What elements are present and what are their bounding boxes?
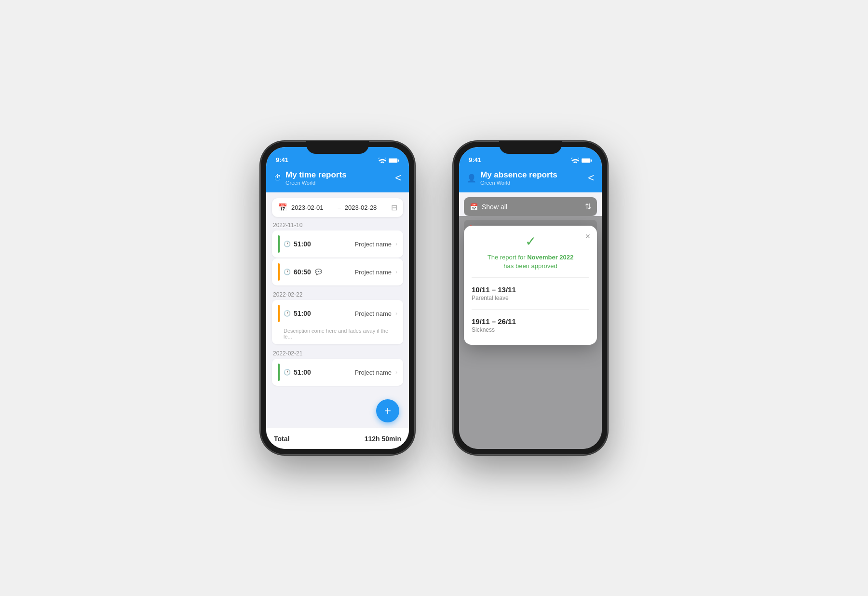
header-1: ⏱ My time reports Green World < bbox=[266, 166, 409, 192]
header-subtitle-2: Green World bbox=[480, 180, 557, 186]
modal-month-bold: November 2022 bbox=[527, 254, 573, 261]
entry-project-1-0: Project name bbox=[339, 310, 392, 317]
color-indicator-orange-2 bbox=[278, 305, 280, 322]
color-indicator-orange bbox=[278, 263, 280, 281]
modal-date-range-1: 19/11 – 26/11 bbox=[472, 317, 589, 325]
show-all-bar[interactable]: 📅 Show all ⇅ bbox=[464, 197, 597, 216]
header-title-block-2: My absence reports Green World bbox=[480, 170, 557, 186]
status-icons-1 bbox=[379, 158, 399, 164]
calendar-icon: 📅 bbox=[278, 203, 287, 212]
modal-overlay: × ✓ The report for November 2022 has bee… bbox=[459, 216, 602, 449]
chevron-right-icon: › bbox=[395, 241, 397, 247]
wifi-icon bbox=[379, 158, 386, 163]
entry-info-0-0: 🕐 51:00 bbox=[284, 240, 336, 248]
total-value: 112h 50min bbox=[365, 435, 401, 443]
modal-entry-0: 10/11 – 13/11 Parental leave bbox=[472, 282, 589, 305]
sort-icon[interactable]: ⇅ bbox=[585, 202, 591, 211]
modal-date-range-0: 10/11 – 13/11 bbox=[472, 285, 589, 294]
entry-info-2-0: 🕐 51:00 bbox=[284, 368, 336, 376]
status-icons-2 bbox=[571, 158, 592, 164]
status-time-1: 9:41 bbox=[276, 156, 288, 164]
section-date-0: 2022-11-10 bbox=[266, 217, 409, 230]
entry-row: 🕐 51:00 Project name › bbox=[278, 305, 397, 322]
show-all-label: Show all bbox=[482, 203, 581, 211]
total-label: Total bbox=[274, 435, 289, 443]
header-left-1: ⏱ My time reports Green World bbox=[274, 170, 347, 186]
modal-type-1: Sickness bbox=[472, 326, 589, 333]
modal-message-suffix: has been approved bbox=[503, 262, 557, 270]
svg-rect-1 bbox=[398, 160, 399, 162]
clock-icon-4: 🕐 bbox=[284, 369, 291, 376]
entry-info-1-0: 🕐 51:00 bbox=[284, 310, 336, 317]
modal-entry-1: 19/11 – 26/11 Sickness bbox=[472, 313, 589, 337]
filter-icon[interactable]: ⊟ bbox=[391, 203, 397, 212]
entry-project-0-0: Project name bbox=[339, 241, 392, 248]
entry-time-1-0: 51:00 bbox=[294, 310, 312, 317]
svg-rect-2 bbox=[582, 159, 590, 163]
entry-project-0-1: Project name bbox=[339, 269, 392, 276]
header-title-block-1: My time reports Green World bbox=[285, 170, 347, 186]
date-separator: – bbox=[338, 204, 341, 211]
entry-card-0-0[interactable]: 🕐 51:00 Project name › bbox=[272, 230, 403, 257]
time-reports-icon: ⏱ bbox=[274, 174, 282, 182]
status-time-2: 9:41 bbox=[469, 156, 481, 164]
color-indicator-green bbox=[278, 235, 280, 253]
modal-approval-message: The report for November 2022 has been ap… bbox=[472, 253, 589, 271]
dim-content: Nov 2022 0 ✓ Aug 2022 0 ✳ Jul 2022 0 ✓ bbox=[459, 216, 602, 449]
clock-icon-3: 🕐 bbox=[284, 310, 291, 317]
content-1: 📅 2023-02-01 – 2023-02-28 ⊟ 2022-11-10 🕐… bbox=[266, 192, 409, 428]
absence-reports-icon: 👤 bbox=[467, 174, 476, 183]
phone-1-screen: 9:41 ⏱ My time reports Green World bbox=[266, 147, 409, 449]
battery-icon-2 bbox=[582, 158, 592, 163]
svg-rect-3 bbox=[591, 160, 592, 162]
message-icon: 💬 bbox=[315, 269, 322, 275]
date-from[interactable]: 2023-02-01 bbox=[291, 204, 334, 211]
chevron-right-icon-3: › bbox=[395, 310, 397, 317]
back-button-1[interactable]: < bbox=[395, 172, 401, 184]
entry-project-2-0: Project name bbox=[339, 369, 392, 376]
phone-2: 9:41 👤 My absence reports Green World bbox=[453, 141, 608, 455]
clock-icon: 🕐 bbox=[284, 241, 291, 247]
header-title-1: My time reports bbox=[285, 170, 347, 180]
section-date-2: 2022-02-21 bbox=[266, 345, 409, 359]
modal-message-prefix: The report for bbox=[488, 254, 527, 261]
wifi-icon-2 bbox=[571, 158, 579, 163]
phone-1: 9:41 ⏱ My time reports Green World bbox=[260, 141, 415, 455]
header-subtitle-1: Green World bbox=[285, 180, 347, 186]
notch bbox=[306, 141, 369, 154]
entry-description: Description come here and fades away if … bbox=[278, 326, 397, 339]
svg-rect-0 bbox=[389, 159, 397, 163]
section-date-1: 2022-02-22 bbox=[266, 286, 409, 300]
back-button-2[interactable]: < bbox=[588, 172, 594, 184]
entry-time-0-0: 51:00 bbox=[294, 240, 312, 248]
entry-card-1-0[interactable]: 🕐 51:00 Project name › Description come … bbox=[272, 300, 403, 344]
modal-divider-2 bbox=[472, 309, 589, 310]
clock-icon-2: 🕐 bbox=[284, 269, 291, 275]
entry-card-2-0[interactable]: 🕐 51:00 Project name › bbox=[272, 359, 403, 386]
date-to[interactable]: 2023-02-28 bbox=[345, 204, 387, 211]
chevron-right-icon-2: › bbox=[395, 269, 397, 275]
approval-modal: × ✓ The report for November 2022 has bee… bbox=[464, 226, 597, 345]
date-filter[interactable]: 📅 2023-02-01 – 2023-02-28 ⊟ bbox=[272, 198, 403, 217]
modal-type-0: Parental leave bbox=[472, 295, 589, 301]
entry-time-2-0: 51:00 bbox=[294, 368, 312, 376]
phone-2-screen: 9:41 👤 My absence reports Green World bbox=[459, 147, 602, 449]
chevron-right-icon-4: › bbox=[395, 369, 397, 376]
entry-time-0-1: 60:50 bbox=[294, 268, 312, 276]
header-left-2: 👤 My absence reports Green World bbox=[467, 170, 557, 186]
calendar-icon-2: 📅 bbox=[470, 203, 478, 211]
modal-close-button[interactable]: × bbox=[585, 231, 590, 242]
entry-info-0-1: 🕐 60:50 💬 bbox=[284, 268, 336, 276]
add-button[interactable]: + bbox=[376, 399, 399, 422]
header-title-2: My absence reports bbox=[480, 170, 557, 180]
header-2: 👤 My absence reports Green World < bbox=[459, 166, 602, 192]
modal-divider-1 bbox=[472, 277, 589, 278]
bottom-bar-1: Total 112h 50min bbox=[266, 428, 409, 449]
modal-check-icon: ✓ bbox=[472, 233, 589, 249]
notch-2 bbox=[499, 141, 562, 154]
color-indicator-green-2 bbox=[278, 364, 280, 381]
battery-icon bbox=[389, 158, 399, 163]
entry-card-0-1[interactable]: 🕐 60:50 💬 Project name › bbox=[272, 258, 403, 285]
